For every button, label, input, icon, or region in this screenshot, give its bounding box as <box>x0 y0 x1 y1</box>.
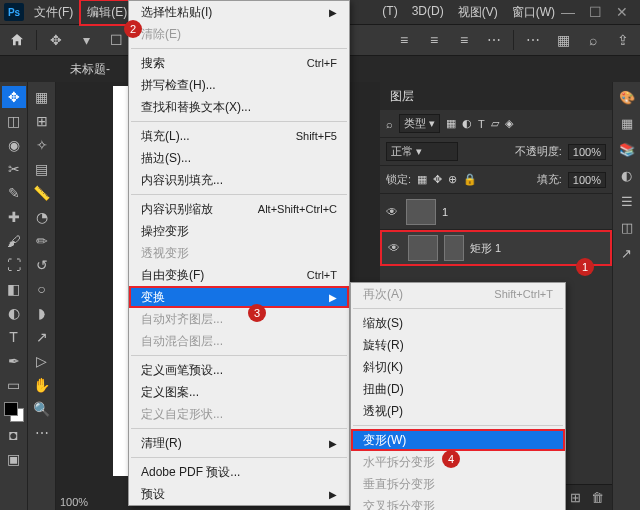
search-icon[interactable]: ⌕ <box>582 29 604 51</box>
menu-scale[interactable]: 缩放(S) <box>351 312 565 334</box>
menu-3d[interactable]: 3D(D) <box>406 1 450 24</box>
zoom-level[interactable]: 100% <box>60 496 88 508</box>
visibility-icon[interactable]: 👁 <box>388 241 402 255</box>
crop-tool-icon[interactable]: ✂ <box>2 158 26 180</box>
wand-tool-icon[interactable]: ✧ <box>30 134 54 156</box>
menu-distort[interactable]: 扭曲(D) <box>351 378 565 400</box>
menu-rotate[interactable]: 旋转(R) <box>351 334 565 356</box>
zoom-tool-icon[interactable]: 🔍 <box>30 398 54 420</box>
menu-spell[interactable]: 拼写检查(H)... <box>129 74 349 96</box>
filter-type-icon[interactable]: T <box>478 118 485 130</box>
menu-skew[interactable]: 斜切(K) <box>351 356 565 378</box>
menu-transform[interactable]: 变换▶ <box>129 286 349 308</box>
menu-content-scale[interactable]: 内容识别缩放Alt+Shift+Ctrl+C <box>129 198 349 220</box>
delete-icon[interactable]: 🗑 <box>591 490 604 505</box>
type-tool-icon[interactable]: T <box>2 326 26 348</box>
layer-row[interactable]: 👁 1 <box>380 194 612 230</box>
hand-tool-icon[interactable]: ✋ <box>30 374 54 396</box>
layers-panel-tab[interactable]: 图层 <box>380 82 612 110</box>
history-brush-icon[interactable]: ↺ <box>30 254 54 276</box>
menu-warp[interactable]: 变形(W) <box>351 429 565 451</box>
close-icon[interactable]: ✕ <box>616 4 628 20</box>
eraser-tool-icon[interactable]: ◧ <box>2 278 26 300</box>
shape-tool-icon[interactable]: ▭ <box>2 374 26 396</box>
menu-stroke[interactable]: 描边(S)... <box>129 147 349 169</box>
align-right-icon[interactable]: ≡ <box>453 29 475 51</box>
filter-shape-icon[interactable]: ▱ <box>491 117 499 130</box>
menu-purge[interactable]: 清理(R)▶ <box>129 432 349 454</box>
filter-adjust-icon[interactable]: ◐ <box>462 117 472 130</box>
layer-name[interactable]: 矩形 1 <box>470 241 501 256</box>
direct-select-icon[interactable]: ▷ <box>30 350 54 372</box>
menu-split-v[interactable]: 垂直拆分变形 <box>351 473 565 495</box>
menu-auto-align[interactable]: 自动对齐图层... <box>129 308 349 330</box>
paths-panel-icon[interactable]: ↗ <box>618 244 636 262</box>
document-tab[interactable]: 未标题- <box>60 57 120 82</box>
opacity-value[interactable]: 100% <box>568 144 606 160</box>
patch-tool-icon[interactable]: ◔ <box>30 206 54 228</box>
blend-mode-select[interactable]: 正常 ▾ <box>386 142 458 161</box>
menu-puppet[interactable]: 操控变形 <box>129 220 349 242</box>
menu-window[interactable]: 窗口(W) <box>506 1 561 24</box>
align-center-icon[interactable]: ≡ <box>423 29 445 51</box>
menu-split-cross[interactable]: 交叉拆分变形 <box>351 495 565 510</box>
heal-tool-icon[interactable]: ✚ <box>2 206 26 228</box>
lock-artboard-icon[interactable]: ⊕ <box>448 173 457 186</box>
path-tool-icon[interactable]: ↗ <box>30 326 54 348</box>
menu-define-brush[interactable]: 定义画笔预设... <box>129 359 349 381</box>
menu-find-replace[interactable]: 查找和替换文本(X)... <box>129 96 349 118</box>
pen-tool-icon[interactable]: ✒ <box>2 350 26 372</box>
screenmode-icon[interactable]: ▣ <box>2 448 26 470</box>
stamp-tool-icon[interactable]: ⛶ <box>2 254 26 276</box>
menu-clear[interactable]: 清除(E) <box>129 23 349 45</box>
filter-smart-icon[interactable]: ◈ <box>505 117 513 130</box>
brush-tool-icon[interactable]: 🖌 <box>2 230 26 252</box>
home-icon[interactable] <box>6 29 28 51</box>
menu-paste-special[interactable]: 选择性粘贴(I)▶ <box>129 1 349 23</box>
minimize-icon[interactable]: — <box>561 4 575 20</box>
marquee-tool-icon[interactable]: ◫ <box>2 110 26 132</box>
visibility-icon[interactable]: 👁 <box>386 205 400 219</box>
lock-pixels-icon[interactable]: ▦ <box>417 173 427 186</box>
menu-fill[interactable]: 填充(L)...Shift+F5 <box>129 125 349 147</box>
dropdown-icon[interactable]: ▾ <box>75 29 97 51</box>
menu-adobe-pdf[interactable]: Adobe PDF 预设... <box>129 461 349 483</box>
menu-type[interactable]: (T) <box>376 1 403 24</box>
more-icon[interactable]: ⋯ <box>522 29 544 51</box>
menu-file[interactable]: 文件(F) <box>28 1 79 24</box>
blur-tool-icon[interactable]: ○ <box>30 278 54 300</box>
menu-define-shape[interactable]: 定义自定形状... <box>129 403 349 425</box>
color-swatch[interactable] <box>4 402 24 422</box>
swatches-panel-icon[interactable]: ▦ <box>618 114 636 132</box>
edit-toolbar-icon[interactable]: ⋯ <box>30 422 54 444</box>
libraries-panel-icon[interactable]: 📚 <box>618 140 636 158</box>
align-left-icon[interactable]: ≡ <box>393 29 415 51</box>
filter-kind-select[interactable]: 类型 ▾ <box>399 114 440 133</box>
pencil-tool-icon[interactable]: ✏ <box>30 230 54 252</box>
ruler-tool-icon[interactable]: 📏 <box>30 182 54 204</box>
fill-value[interactable]: 100% <box>568 172 606 188</box>
menu-auto-blend[interactable]: 自动混合图层... <box>129 330 349 352</box>
menu-view[interactable]: 视图(V) <box>452 1 504 24</box>
eyedropper-tool-icon[interactable]: ✎ <box>2 182 26 204</box>
share-icon[interactable]: ⇪ <box>612 29 634 51</box>
menu-presets[interactable]: 预设▶ <box>129 483 349 505</box>
menu-define-pattern[interactable]: 定义图案... <box>129 381 349 403</box>
menu-perspective[interactable]: 透视变形 <box>129 242 349 264</box>
menu-again[interactable]: 再次(A)Shift+Ctrl+T <box>351 283 565 305</box>
distribute-icon[interactable]: ⋯ <box>483 29 505 51</box>
menu-perspective[interactable]: 透视(P) <box>351 400 565 422</box>
artboard-tool-icon[interactable]: ▦ <box>30 86 54 108</box>
menu-free-transform[interactable]: 自由变换(F)Ctrl+T <box>129 264 349 286</box>
move-tool-icon[interactable]: ✥ <box>45 29 67 51</box>
color-panel-icon[interactable]: 🎨 <box>618 88 636 106</box>
lasso-tool-icon[interactable]: ◉ <box>2 134 26 156</box>
slice-tool-icon[interactable]: ▤ <box>30 158 54 180</box>
3d-mode-icon[interactable]: ▦ <box>552 29 574 51</box>
lock-all-icon[interactable]: 🔒 <box>463 173 477 186</box>
menu-search[interactable]: 搜索Ctrl+F <box>129 52 349 74</box>
frame-tool-icon[interactable]: ⊞ <box>30 110 54 132</box>
layer-name[interactable]: 1 <box>442 206 448 218</box>
quickmask-icon[interactable]: ◘ <box>2 424 26 446</box>
new-layer-icon[interactable]: ⊞ <box>570 490 581 505</box>
